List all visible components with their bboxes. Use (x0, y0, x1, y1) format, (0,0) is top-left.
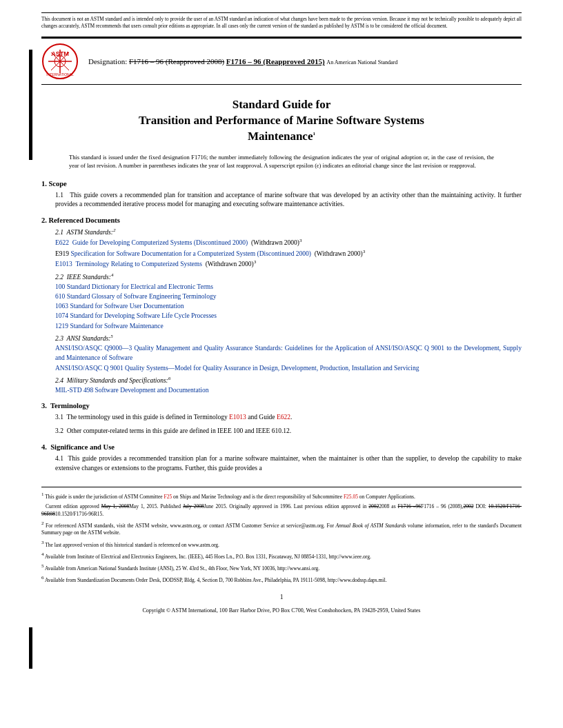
ansi-standards-label: 2.3 ANSI Standards:5 (55, 334, 522, 342)
ansi-ref-q9001: ANSI/ISO/ASQC Q 9001 Quality Systems—Mod… (55, 363, 522, 373)
footnote-6: 6 Available from Standardization Documen… (41, 575, 522, 584)
designation-old: F1716 – 96 (Reapproved 2008) (129, 57, 224, 65)
ansi-ref-q9000: ANSI/ISO/ASQC Q9000—3 Quality Management… (55, 343, 522, 363)
designation-prefix: Designation: (88, 57, 127, 65)
footnotes: 1 This guide is under the jurisdiction o… (41, 487, 522, 584)
copyright: Copyright © ASTM International, 100 Barr… (41, 607, 522, 614)
terminology-para1: 3.1 The terminology used in this guide i… (55, 413, 522, 423)
designation-area: Designation: F1716 – 96 (Reapproved 2008… (88, 57, 522, 65)
astm-ref-e1013: E1013 Terminology Relating to Computeriz… (55, 259, 522, 269)
ieee-ref-1219: 1219 Standard for Software Maintenance (55, 321, 522, 331)
significance-heading: 4. Significance and Use (41, 443, 522, 451)
footnote-current-edition: Current edition approved May 1, 2008May … (41, 503, 522, 518)
ans-label: An American National Standard (326, 59, 397, 65)
footnote-1: 1 This guide is under the jurisdiction o… (41, 492, 522, 501)
para-num: 1.1 (55, 192, 63, 199)
doc-title: 1. Scope Standard Guide for Transition a… (41, 97, 522, 145)
page-number: 1 (41, 594, 522, 600)
change-bar-2 (29, 627, 32, 669)
astm-standards-label: 2.1 ASTM Standards:2 (55, 228, 522, 236)
terminology-heading: 3. Terminology (41, 402, 522, 410)
top-notice: This document is not an ASTM standard an… (41, 12, 522, 30)
ieee-ref-1063: 1063 Standard for Software User Document… (55, 301, 522, 311)
page: This document is not an ASTM standard an… (0, 0, 563, 728)
astm-ref-e622: E622 Guide for Developing Computerized S… (55, 237, 522, 247)
designation-current: F1716 – 96 (Reapproved 2015) (226, 57, 325, 65)
change-bar (29, 50, 32, 160)
astm-ref-e919: E919 Specification for Software Document… (55, 248, 522, 259)
ieee-ref-1074: 1074 Standard for Developing Software Li… (55, 311, 522, 321)
footnote-5: 5 Available from American National Stand… (41, 563, 522, 572)
footnote-2: 2 For referenced ASTM standards, visit t… (41, 520, 522, 537)
refdocs-heading: 2. Referenced Documents (41, 216, 522, 224)
astm-logo-icon: ASTM INTERNATIONAL (41, 43, 79, 80)
footnote-3: 3 The last approved version of this hist… (41, 540, 522, 549)
header: ASTM INTERNATIONAL Designation: F1716 – … (41, 37, 522, 85)
footnote-4: 4 Available from Institute of Electrical… (41, 552, 522, 560)
title-superscript: 1 (313, 131, 315, 136)
ieee-standards-label: 2.2 IEEE Standards:4 (55, 272, 522, 281)
svg-text:INTERNATIONAL: INTERNATIONAL (46, 72, 74, 77)
logo-area: ASTM INTERNATIONAL (41, 43, 79, 80)
scope-para1: 1.1 This guide covers a recommended plan… (55, 191, 522, 210)
terminology-para2: 3.2 Other computer-related terms in this… (55, 427, 522, 436)
issuance-notice: This standard is issued under the fixed … (69, 153, 494, 170)
scope-heading: 1. Scope (41, 180, 522, 188)
mil-standards-label: 2.4 Military Standards and Specification… (55, 376, 522, 384)
designation-line: Designation: F1716 – 96 (Reapproved 2008… (88, 57, 522, 65)
mil-ref-498: MIL-STD 498 Software Development and Doc… (55, 385, 522, 395)
ieee-ref-610: 610 Standard Glossary of Software Engine… (55, 292, 522, 301)
ieee-ref-100: 100 Standard Dictionary for Electrical a… (55, 282, 522, 292)
significance-para1: 4.1 This guide provides a recommended tr… (55, 454, 522, 474)
